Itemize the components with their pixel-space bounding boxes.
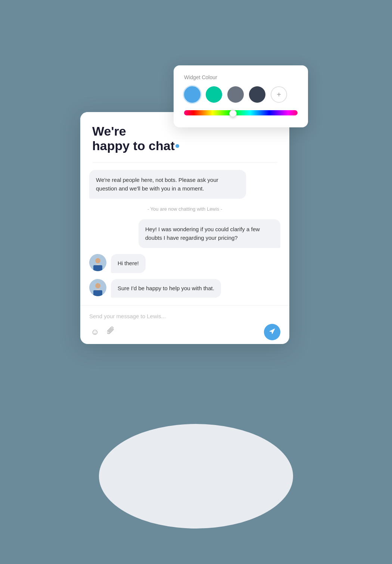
chat-widget: We're happy to chat We're real people he… [80, 112, 289, 344]
swatch-teal[interactable] [206, 86, 222, 103]
color-swatches: + [184, 86, 298, 103]
paperclip-icon [107, 326, 115, 338]
swatch-add[interactable]: + [271, 86, 287, 103]
chat-input-toolbar: ☺ [89, 324, 280, 340]
chat-input-area: Send your message to Lewis... ☺ [80, 305, 289, 344]
agent-avatar-2 [89, 279, 106, 296]
send-button[interactable] [264, 324, 280, 340]
swatch-gray[interactable] [227, 86, 244, 103]
color-picker-popup: Widget Colour + [174, 65, 308, 127]
chat-title: We're happy to chat [92, 124, 277, 153]
send-icon [269, 328, 276, 337]
svg-rect-3 [93, 265, 102, 271]
emoji-icon: ☺ [91, 327, 99, 337]
bot-message: We're real people here, not bots. Please… [89, 170, 246, 199]
color-slider-thumb[interactable] [229, 110, 237, 117]
system-message: - You are now chatting with Lewis - [89, 206, 280, 212]
chat-input-placeholder[interactable]: Send your message to Lewis... [89, 312, 280, 324]
swatch-blue[interactable] [184, 86, 200, 103]
title-dot [175, 144, 179, 148]
agent-message-1: Hi there! [111, 254, 146, 273]
agent-message-2-row: Sure I'd be happy to help you with that. [89, 279, 280, 298]
user-message: Hey! I was wondering if you could clarif… [139, 219, 280, 248]
chat-input-icons: ☺ [89, 325, 116, 339]
attach-button[interactable] [106, 325, 116, 339]
agent-message-2: Sure I'd be happy to help you with that. [111, 279, 221, 298]
background-blob [99, 424, 293, 529]
svg-rect-8 [93, 290, 102, 296]
swatch-dark[interactable] [249, 86, 265, 103]
chat-messages: We're real people here, not bots. Please… [80, 162, 289, 305]
agent-message-1-row: Hi there! [89, 254, 280, 273]
color-picker-label: Widget Colour [184, 74, 298, 80]
color-slider[interactable] [184, 110, 298, 117]
agent-avatar-1 [89, 254, 106, 271]
emoji-button[interactable]: ☺ [89, 326, 100, 338]
color-slider-track [184, 110, 298, 115]
